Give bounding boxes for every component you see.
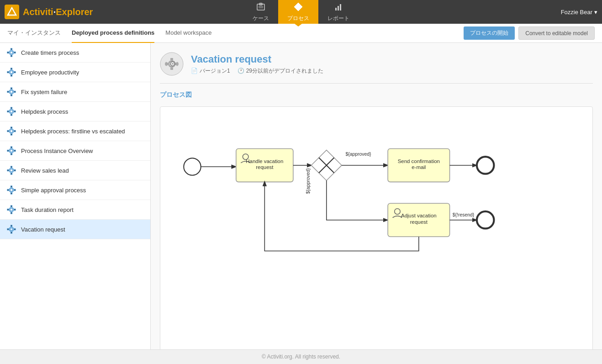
sidebar-item-4[interactable]: Helpdesk process: firstline vs escalated xyxy=(0,121,150,141)
svg-rect-42 xyxy=(7,150,9,152)
svg-rect-37 xyxy=(14,131,16,132)
bpmn-diagram: Handle vacation request ${approved} Send… xyxy=(169,116,512,262)
convert-model-button[interactable]: Convert to editable model xyxy=(518,26,595,40)
second-nav-actions: プロセスの開始 Convert to editable model xyxy=(464,26,595,40)
svg-rect-66 xyxy=(7,229,9,230)
user-menu[interactable]: Fozzie Bear ▾ xyxy=(561,9,597,16)
svg-rect-34 xyxy=(11,127,12,128)
svg-rect-7 xyxy=(338,6,339,11)
start-process-button[interactable]: プロセスの開始 xyxy=(464,26,515,40)
svg-rect-25 xyxy=(14,91,16,93)
second-navigation: マイ・インスタンス Deployed process definitions M… xyxy=(0,24,602,43)
sidebar-item-3[interactable]: Helpdesk process xyxy=(0,102,150,121)
logo-text-explorer: Explorer xyxy=(56,7,93,17)
bpmn-diagram-container: Handle vacation request ${approved} Send… xyxy=(160,106,593,349)
svg-rect-24 xyxy=(7,91,9,93)
sidebar-item-6[interactable]: Review sales lead xyxy=(0,161,150,180)
svg-rect-61 xyxy=(14,209,16,211)
svg-rect-23 xyxy=(11,95,12,96)
nav-workspace[interactable]: Model workspace xyxy=(165,24,211,43)
process-meta: 📄 バージョン1 🕐 29分以前がデプロイされました xyxy=(191,67,323,75)
svg-rect-13 xyxy=(14,52,16,53)
svg-rect-11 xyxy=(11,55,12,57)
gear-icon-3 xyxy=(6,106,16,116)
svg-rect-10 xyxy=(11,48,12,50)
end-event-1 xyxy=(477,157,494,174)
cases-tab-label: ケース xyxy=(253,15,269,22)
svg-point-45 xyxy=(10,169,13,172)
top-navigation: Activiti·Explorer ケース プロセス xyxy=(0,0,602,24)
svg-text:⚙: ⚙ xyxy=(169,59,176,69)
svg-rect-64 xyxy=(11,225,12,227)
svg-rect-22 xyxy=(11,88,12,89)
sidebar-item-9[interactable]: Vacation request xyxy=(0,220,150,239)
svg-rect-58 xyxy=(11,206,12,207)
sidebar-label-6: Review sales lead xyxy=(21,167,69,174)
gear-icon-8 xyxy=(6,205,16,215)
sidebar-label-8: Task duration report xyxy=(21,206,74,213)
process-deployed: 🕐 29分以前がデプロイされました xyxy=(238,67,323,75)
sidebar-item-2[interactable]: Fix system failure xyxy=(0,82,150,102)
gear-icon-1 xyxy=(6,67,16,77)
svg-rect-60 xyxy=(7,209,9,211)
process-icon xyxy=(294,2,303,14)
document-icon: 📄 xyxy=(191,68,198,74)
process-version: 📄 バージョン1 xyxy=(191,67,230,75)
nav-tab-report[interactable]: レポート xyxy=(318,0,359,24)
svg-text:Adjust vacation: Adjust vacation xyxy=(401,213,437,219)
gear-icon-5 xyxy=(6,146,16,156)
nav-my-instances[interactable]: マイ・インスタンス xyxy=(7,24,61,43)
nav-tab-cases[interactable]: ケース xyxy=(243,0,278,24)
process-header-icon: ⚙ xyxy=(160,52,184,76)
svg-text:e-mail: e-mail xyxy=(412,164,426,170)
svg-rect-12 xyxy=(7,52,9,53)
svg-rect-6 xyxy=(335,8,337,11)
clock-icon: 🕐 xyxy=(238,68,244,74)
svg-point-21 xyxy=(10,90,13,93)
nav-tab-process[interactable]: プロセス xyxy=(278,0,318,24)
svg-rect-31 xyxy=(14,111,16,112)
svg-point-51 xyxy=(10,189,13,191)
svg-point-39 xyxy=(10,149,13,152)
nav-deployed[interactable]: Deployed process definitions xyxy=(72,24,154,43)
svg-rect-53 xyxy=(11,193,12,194)
svg-rect-46 xyxy=(11,166,12,168)
process-title: Vacation request xyxy=(191,53,323,65)
sidebar-label-4: Helpdesk process: firstline vs escalated xyxy=(21,128,125,135)
svg-rect-18 xyxy=(7,72,9,73)
sidebar-item-0[interactable]: Create timers process xyxy=(0,43,150,63)
deployed-text: 29分以前がデプロイされました xyxy=(246,67,323,75)
svg-rect-28 xyxy=(11,107,12,109)
sidebar-item-8[interactable]: Task duration report xyxy=(0,200,150,220)
svg-rect-29 xyxy=(11,114,12,116)
footer: © Activiti.org. All rights reserved. xyxy=(0,349,602,364)
svg-rect-30 xyxy=(7,111,9,112)
sidebar-label-7: Simple approval process xyxy=(21,187,86,194)
svg-text:request: request xyxy=(256,164,274,170)
sidebar-label-0: Create timers process xyxy=(21,49,79,56)
sidebar-item-7[interactable]: Simple approval process xyxy=(0,180,150,200)
svg-rect-55 xyxy=(14,190,16,191)
sidebar-label-3: Helpdesk process xyxy=(21,108,68,115)
footer-text: © Activiti.org. All rights reserved. xyxy=(262,353,340,360)
svg-rect-54 xyxy=(7,190,9,191)
svg-rect-59 xyxy=(11,212,12,214)
svg-rect-35 xyxy=(11,134,12,135)
diagram-label: プロセス図 xyxy=(160,91,593,99)
svg-text:${approved}: ${approved} xyxy=(306,168,311,194)
sidebar-label-9: Vacation request xyxy=(21,226,65,233)
svg-rect-67 xyxy=(14,229,16,230)
svg-rect-52 xyxy=(11,186,12,187)
gear-icon-4 xyxy=(6,126,16,136)
sidebar-item-1[interactable]: Employee productivity xyxy=(0,63,150,82)
main-layout: Create timers process Employee productiv… xyxy=(0,43,602,349)
svg-text:request: request xyxy=(410,219,428,225)
cases-icon xyxy=(256,2,265,14)
svg-rect-43 xyxy=(14,150,16,152)
svg-rect-17 xyxy=(11,75,12,76)
svg-text:Handle vacation: Handle vacation xyxy=(246,158,283,164)
svg-point-15 xyxy=(10,71,13,74)
logo-icon xyxy=(5,5,19,19)
sidebar-item-5[interactable]: Process Instance Overview xyxy=(0,141,150,161)
process-title-block: Vacation request 📄 バージョン1 🕐 29分以前がデプロイされ… xyxy=(191,53,323,75)
